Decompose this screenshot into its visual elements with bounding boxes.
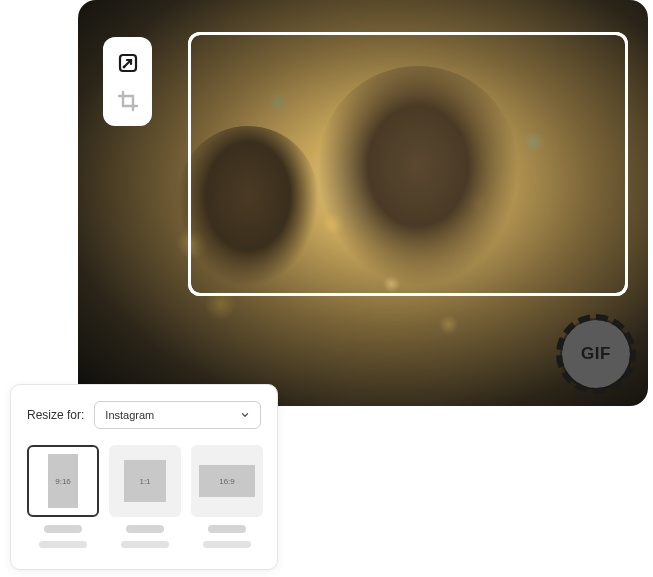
resize-icon [116,51,140,75]
aspect-ratio-9-16[interactable]: 9:16 [27,445,99,517]
resize-for-row: Resize for: Instagram [27,401,261,429]
resize-for-label: Resize for: [27,408,84,422]
gif-badge: GIF [562,320,630,388]
platform-select-value: Instagram [105,409,154,421]
aspect-ratio-label: 1:1 [139,477,150,486]
aspect-ratio-label: 16:9 [219,477,235,486]
aspect-ratio-option: 9:16 [27,445,99,548]
aspect-ratio-grid: 9:16 1:1 16:9 [27,445,261,548]
aspect-ratio-1-1[interactable]: 1:1 [109,445,181,517]
svg-point-1 [122,65,125,68]
aspect-ratio-preview: 1:1 [124,460,166,502]
crop-icon [116,89,140,113]
placeholder-bar [126,525,164,533]
placeholder-bar [44,525,82,533]
placeholder-bar [208,525,246,533]
chevron-down-icon [240,410,250,420]
tool-sidebar [103,37,152,126]
aspect-ratio-preview: 9:16 [48,454,78,508]
aspect-ratio-option: 16:9 [191,445,263,548]
placeholder-bar [203,541,251,548]
gif-badge-border [556,314,636,394]
placeholder-bar [121,541,169,548]
aspect-ratio-option: 1:1 [109,445,181,548]
platform-select[interactable]: Instagram [94,401,261,429]
placeholder-bar [39,541,87,548]
aspect-ratio-label: 9:16 [55,477,71,486]
resize-panel: Resize for: Instagram 9:16 1:1 [10,384,278,570]
aspect-ratio-preview: 16:9 [199,465,255,497]
resize-tool-button[interactable] [115,50,141,76]
aspect-ratio-16-9[interactable]: 16:9 [191,445,263,517]
crop-tool-button[interactable] [115,88,141,114]
crop-frame[interactable] [188,32,628,296]
